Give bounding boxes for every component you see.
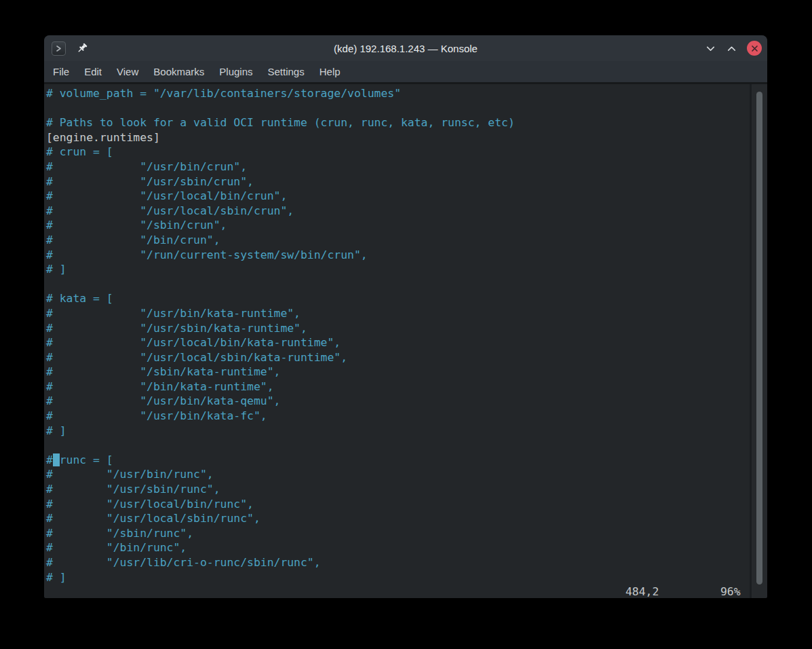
pin-icon — [76, 42, 88, 54]
menubar: FileEditViewBookmarksPluginsSettingsHelp — [44, 61, 767, 84]
terminal-line: # crun = [ — [46, 145, 767, 160]
terminal-line: # "/sbin/crun", — [46, 218, 767, 233]
terminal-line: # "/bin/runc", — [46, 540, 767, 555]
vim-cursor — [53, 453, 60, 466]
terminal-prompt-glyph — [54, 44, 63, 53]
terminal-line: # "/usr/bin/crun", — [46, 160, 767, 174]
terminal-line: # "/sbin/kata-runtime", — [46, 365, 767, 379]
terminal-line: # "/usr/local/sbin/crun", — [46, 204, 767, 219]
terminal-line: # "/usr/lib/cri-o-runc/sbin/runc", — [46, 555, 767, 570]
terminal-line: # ] — [46, 424, 767, 439]
terminal-line — [46, 101, 767, 116]
menu-item-bookmarks[interactable]: Bookmarks — [146, 61, 212, 82]
terminal-line: # "/usr/sbin/crun", — [46, 174, 767, 189]
terminal-line: # "/usr/local/sbin/kata-runtime", — [46, 350, 767, 365]
terminal-line: # "/usr/local/sbin/runc", — [46, 511, 767, 526]
terminal-line: # runc = [ — [46, 453, 767, 468]
titlebar[interactable]: (kde) 192.168.1.243 — Konsole — [44, 35, 767, 61]
close-icon — [751, 45, 758, 52]
menu-item-view[interactable]: View — [109, 61, 146, 82]
terminal-line: # "/usr/local/bin/runc", — [46, 497, 767, 512]
chevron-down-icon — [705, 43, 716, 54]
chevron-up-icon — [726, 43, 737, 54]
terminal-line: # Paths to look for a valid OCI runtime … — [46, 115, 767, 130]
terminal-line: [engine.runtimes] — [46, 130, 767, 145]
terminal-line: # "/usr/bin/kata-fc", — [46, 409, 767, 424]
konsole-window: (kde) 192.168.1.243 — Konsole FileEditVi… — [44, 35, 767, 598]
terminal-line: # "/run/current-system/sw/bin/crun", — [46, 248, 767, 263]
terminal-line: # "/usr/bin/kata-qemu", — [46, 394, 767, 409]
terminal-line: # "/sbin/runc", — [46, 526, 767, 541]
terminal-line: # "/usr/bin/kata-runtime", — [46, 306, 767, 321]
close-button[interactable] — [747, 41, 762, 56]
terminal-line: # "/usr/local/bin/kata-runtime", — [46, 335, 767, 350]
terminal-line: # "/bin/kata-runtime", — [46, 379, 767, 394]
menu-item-settings[interactable]: Settings — [260, 61, 312, 82]
vim-ruler-percent: 96% — [720, 585, 741, 598]
terminal-line: # "/bin/crun", — [46, 233, 767, 248]
vim-ruler-position: 484,2 — [625, 585, 659, 598]
minimize-button[interactable] — [705, 43, 716, 54]
terminal-view[interactable]: # volume_path = "/var/lib/containers/sto… — [44, 84, 767, 598]
terminal-line: # "/usr/bin/runc", — [46, 467, 767, 482]
window-title: (kde) 192.168.1.243 — Konsole — [44, 43, 767, 54]
konsole-app-icon — [52, 41, 66, 56]
menu-item-help[interactable]: Help — [312, 61, 348, 82]
terminal-line: # ] — [46, 570, 767, 585]
scrollbar-handle[interactable] — [756, 92, 762, 585]
terminal-line: # kata = [ — [46, 291, 767, 306]
terminal-lines: # volume_path = "/var/lib/containers/sto… — [44, 84, 767, 585]
terminal-line: # "/usr/local/bin/crun", — [46, 189, 767, 204]
terminal-line: # volume_path = "/var/lib/containers/sto… — [46, 86, 767, 101]
menu-item-file[interactable]: File — [45, 61, 77, 82]
terminal-line: # ] — [46, 262, 767, 277]
terminal-line: # "/usr/sbin/kata-runtime", — [46, 321, 767, 336]
terminal-line — [46, 438, 767, 453]
maximize-button[interactable] — [726, 43, 737, 54]
terminal-line: # "/usr/sbin/runc", — [46, 482, 767, 497]
menu-item-edit[interactable]: Edit — [77, 61, 109, 82]
terminal-line — [46, 277, 767, 292]
menu-item-plugins[interactable]: Plugins — [212, 61, 260, 82]
